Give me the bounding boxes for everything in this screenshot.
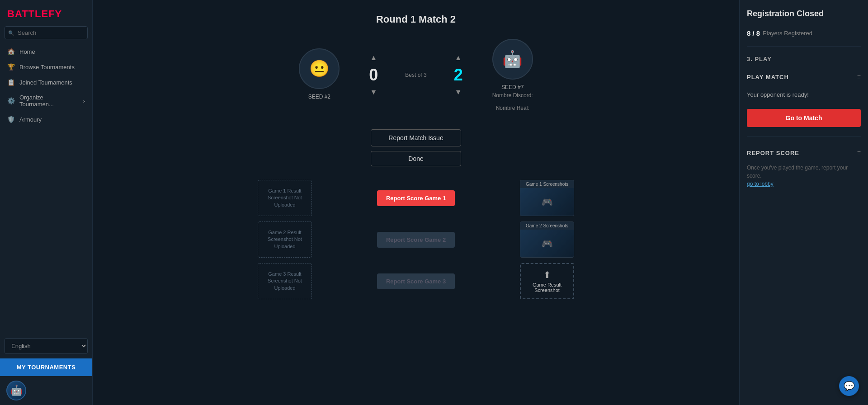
nav-items: 🏠 Home🏆 Browse Tournaments📋 Joined Tourn… xyxy=(0,44,92,189)
organize-icon: ⚙️ xyxy=(7,97,15,104)
score-col-left: ▲ 0 ▼ xyxy=(364,52,382,98)
nav-arrow-organize: › xyxy=(83,98,85,104)
opponent-ready-text: Your opponent is ready! xyxy=(747,91,861,98)
nav-label-organize: Organize Tournamen... xyxy=(19,94,79,108)
screenshot-label: Game 2 Screenshots xyxy=(520,222,574,230)
score1-value: 0 xyxy=(364,66,382,85)
game2-right-screenshot: Game 2 Screenshots 🎮 xyxy=(520,221,574,258)
chat-button[interactable]: 💬 xyxy=(839,376,859,396)
match-title: Round 1 Match 2 xyxy=(376,14,456,25)
nav-label-browse: Browse Tournaments xyxy=(19,64,75,71)
match-container: Round 1 Match 2 😐 SEED #2 ▲ 0 ▼ Best o xyxy=(93,0,739,405)
done-button[interactable]: Done xyxy=(371,151,461,166)
language-selector[interactable]: English xyxy=(5,338,88,354)
upload-label: Game Result Screenshot xyxy=(524,282,571,293)
reg-label: Players Registered xyxy=(763,30,812,37)
game-row-3: Game 3 Result Screenshot Not UploadedRep… xyxy=(258,263,574,299)
go-to-match-button[interactable]: Go to Match xyxy=(747,109,861,127)
report-score-game1-button[interactable]: Report Score Game 1 xyxy=(377,190,455,206)
player2-side: 🤖 SEED #7 Nombre Discord: Nombre Real: xyxy=(481,39,544,111)
player1-side: 😐 SEED #2 xyxy=(288,48,351,102)
best-of-label: Best of 3 xyxy=(401,72,431,78)
play-match-header: PLAY MATCH ≡ xyxy=(747,73,861,80)
divider2 xyxy=(747,136,861,137)
players-registered: 8 / 8 Players Registered xyxy=(747,29,861,37)
score1-down-btn[interactable]: ▼ xyxy=(366,86,381,98)
report-score-title: REPORT SCORE xyxy=(747,150,799,156)
screenshot-img: 🎮 xyxy=(520,230,574,257)
logo-text: BATTLE xyxy=(7,8,48,19)
user-avatar: 🤖 xyxy=(6,381,26,400)
game-row-2: Game 2 Result Screenshot Not UploadedRep… xyxy=(258,221,574,258)
divider1 xyxy=(747,46,861,47)
sidebar-item-organize[interactable]: ⚙️ Organize Tournamen... › xyxy=(0,90,92,112)
play-match-title: PLAY MATCH xyxy=(747,74,789,80)
report-score-game2-button: Report Score Game 2 xyxy=(377,232,455,248)
report-issue-button[interactable]: Report Match Issue xyxy=(371,129,461,146)
player2-meta: Nombre Discord: Nombre Real: xyxy=(492,92,533,111)
nav-label-joined: Joined Tournaments xyxy=(19,79,72,86)
nav-label-wrap: ⚙️ Organize Tournamen... xyxy=(7,94,79,108)
joined-icon: 📋 xyxy=(7,79,15,86)
player2-avatar-icon: 🤖 xyxy=(502,50,523,69)
player1-avatar-icon: 😐 xyxy=(309,59,330,78)
score-col-right: ▲ 2 ▼ xyxy=(449,52,467,98)
score-section: ▲ 0 ▼ Best of 3 ▲ 2 ▼ xyxy=(364,52,467,98)
action-buttons: Report Match Issue Done xyxy=(371,129,461,166)
home-icon: 🏠 xyxy=(7,48,15,55)
sidebar-item-home[interactable]: 🏠 Home xyxy=(0,44,92,59)
nav-label-home: Home xyxy=(19,48,35,55)
screenshot-label: Game 1 Screenshots xyxy=(520,180,574,188)
browse-icon: 🏆 xyxy=(7,63,15,71)
search-input[interactable] xyxy=(5,26,88,39)
step-label: 3. PLAY xyxy=(747,56,861,62)
real-label: Nombre Real: xyxy=(496,105,529,111)
player1-avatar: 😐 xyxy=(299,48,340,89)
my-tournaments-button[interactable]: MY TOURNAMENTS xyxy=(0,358,92,376)
user-avatar-icon: 🤖 xyxy=(10,385,23,396)
play-match-collapse-btn[interactable]: ≡ xyxy=(857,73,861,80)
armoury-icon: 🛡️ xyxy=(7,116,15,123)
user-profile: 🤖 xyxy=(0,376,92,405)
score1-up-btn[interactable]: ▲ xyxy=(366,52,381,64)
sidebar-item-joined[interactable]: 📋 Joined Tournaments xyxy=(0,75,92,90)
nav-label-armoury: Armoury xyxy=(19,116,42,123)
sidebar-item-browse[interactable]: 🏆 Browse Tournaments xyxy=(0,59,92,75)
search-field-wrap xyxy=(5,26,88,39)
player1-seed: SEED #2 xyxy=(308,94,330,100)
reg-count: 8 / 8 xyxy=(747,29,760,37)
report-score-text: Once you've played the game, report your… xyxy=(747,164,861,188)
registration-status: Registration Closed xyxy=(747,9,861,19)
app-logo: BATTLEFY xyxy=(0,0,92,26)
player2-seed: SEED #7 xyxy=(501,84,524,90)
game3-left-screenshot: Game 3 Result Screenshot Not Uploaded xyxy=(258,263,312,299)
games-section: Game 1 Result Screenshot Not UploadedRep… xyxy=(258,180,574,299)
report-score-collapse-btn[interactable]: ≡ xyxy=(857,149,861,156)
main-content: Round 1 Match 2 😐 SEED #2 ▲ 0 ▼ Best o xyxy=(93,0,739,405)
sidebar: BATTLEFY 🏠 Home🏆 Browse Tournaments📋 Joi… xyxy=(0,0,93,405)
go-to-lobby-link[interactable]: go to lobby xyxy=(747,181,774,187)
game1-left-screenshot: Game 1 Result Screenshot Not Uploaded xyxy=(258,180,312,216)
chat-icon: 💬 xyxy=(844,381,855,391)
upload-icon: ⬆ xyxy=(543,269,551,280)
discord-label: Nombre Discord: xyxy=(492,92,533,99)
logo-accent: FY xyxy=(48,8,62,19)
report-score-game3-button: Report Score Game 3 xyxy=(377,273,455,289)
screenshot-img: 🎮 xyxy=(520,188,574,216)
player2-avatar: 🤖 xyxy=(492,39,533,80)
score2-value: 2 xyxy=(449,66,467,85)
sidebar-item-armoury[interactable]: 🛡️ Armoury xyxy=(0,112,92,127)
search-wrapper xyxy=(0,26,92,44)
report-score-header: REPORT SCORE ≡ xyxy=(747,149,861,156)
score-controls: ▲ 0 ▼ Best of 3 ▲ 2 ▼ xyxy=(364,52,467,98)
match-score-row: 😐 SEED #2 ▲ 0 ▼ Best of 3 ▲ 2 ▼ xyxy=(258,39,574,111)
score2-up-btn[interactable]: ▲ xyxy=(451,52,466,64)
game3-upload-box[interactable]: ⬆ Game Result Screenshot xyxy=(520,263,574,299)
right-panel: Registration Closed 8 / 8 Players Regist… xyxy=(739,0,868,405)
score2-down-btn[interactable]: ▼ xyxy=(451,86,466,98)
game-row-1: Game 1 Result Screenshot Not UploadedRep… xyxy=(258,180,574,216)
game2-left-screenshot: Game 2 Result Screenshot Not Uploaded xyxy=(258,221,312,258)
game1-right-screenshot: Game 1 Screenshots 🎮 xyxy=(520,180,574,216)
